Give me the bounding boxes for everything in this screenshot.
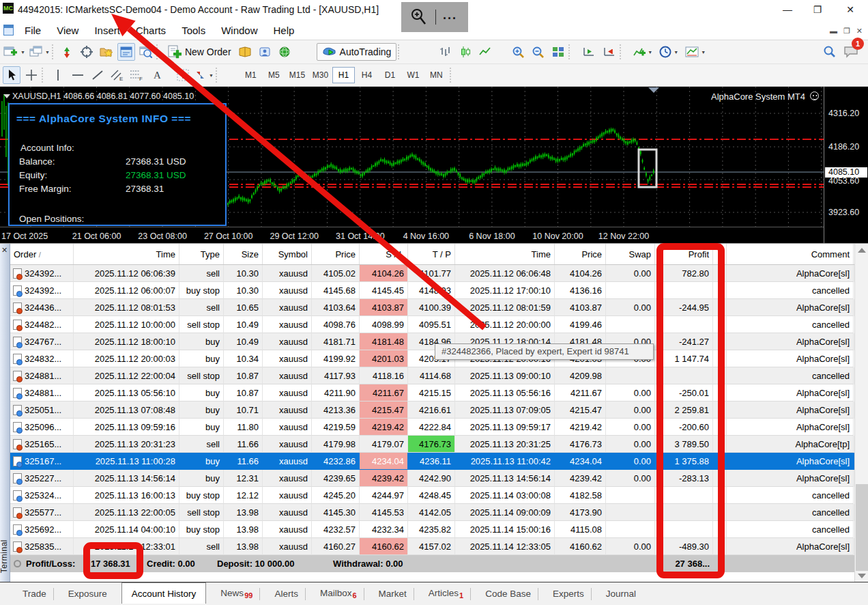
more-options-icon[interactable]: ... xyxy=(443,8,457,23)
search-button[interactable] xyxy=(820,43,838,61)
timeframe-h1-button[interactable]: H1 xyxy=(332,67,355,83)
timeframe-m5-button[interactable]: M5 xyxy=(263,67,285,83)
mdi-minimize-button[interactable]: ▬ xyxy=(830,27,837,35)
chart-line-button[interactable] xyxy=(476,43,494,61)
column-header-t-p[interactable]: T / P xyxy=(408,244,455,264)
history-row[interactable]: 325577...2025.11.13 22:00:05sell stop13.… xyxy=(10,504,854,521)
chart-bars-button[interactable] xyxy=(437,43,454,61)
tab-trade[interactable]: Trade xyxy=(16,589,53,599)
minimize-button[interactable]: — xyxy=(772,0,802,20)
metaeditor-button[interactable] xyxy=(236,43,254,61)
column-header-time[interactable]: Time xyxy=(455,244,555,264)
navigator-button[interactable] xyxy=(78,43,96,61)
history-row[interactable]: 324436...2025.11.12 08:01:53sell10.65xau… xyxy=(10,299,854,316)
menu-help[interactable]: Help xyxy=(274,25,295,36)
column-header-time[interactable]: Time xyxy=(74,244,179,264)
periods-button[interactable]: ▼ xyxy=(659,43,679,61)
history-row[interactable]: 325051...2025.11.13 07:08:48buy10.71xauu… xyxy=(10,402,854,419)
tab-alerts[interactable]: Alerts xyxy=(267,589,305,599)
market-watch-button[interactable] xyxy=(58,43,76,61)
zoom-in-button[interactable] xyxy=(509,43,527,61)
indicators-button[interactable]: ▼ xyxy=(633,43,653,61)
column-header-type[interactable]: Type xyxy=(179,244,224,264)
history-row[interactable]: 324392...2025.11.12 06:06:39sell10.30xau… xyxy=(10,265,854,282)
zoom-tool-icon[interactable] xyxy=(409,8,427,27)
history-row[interactable]: 324767...2025.11.12 18:00:10buy10.49xauu… xyxy=(10,333,854,350)
tab-code-base[interactable]: Code Base xyxy=(478,589,538,599)
tab-mailbox[interactable]: Mailbox6 xyxy=(313,588,364,600)
symbol-dropdown-icon[interactable] xyxy=(3,94,10,98)
history-row[interactable]: 325167...2025.11.13 11:00:28buy11.66xauu… xyxy=(10,453,854,470)
timeframe-m1-button[interactable]: M1 xyxy=(240,67,262,83)
timeframe-d1-button[interactable]: D1 xyxy=(379,67,401,83)
channel-button[interactable]: E xyxy=(108,66,126,84)
scrollbar-thumb[interactable] xyxy=(856,484,868,571)
table-header-row[interactable]: Order /TimeTypeSizeSymbolPriceS / LT / P… xyxy=(10,244,854,265)
new-order-button[interactable]: New Order xyxy=(167,43,232,61)
tab-exposure[interactable]: Exposure xyxy=(61,589,114,599)
timeframe-m15-button[interactable]: M15 xyxy=(286,67,308,83)
column-header-profit[interactable]: Profit xyxy=(655,244,713,264)
profiles-button[interactable]: ▼ xyxy=(29,43,50,61)
data-window-button[interactable] xyxy=(117,43,135,61)
history-row[interactable]: 324482...2025.11.12 10:00:00sell stop10.… xyxy=(10,316,854,333)
menu-charts[interactable]: Charts xyxy=(136,25,166,36)
trendline-button[interactable] xyxy=(89,66,106,84)
text-label-button[interactable]: T xyxy=(174,66,192,84)
history-row[interactable]: 324881...2025.11.12 22:00:04sell stop10.… xyxy=(10,367,854,384)
tile-windows-button[interactable] xyxy=(549,43,567,61)
fibonacci-button[interactable]: F xyxy=(128,66,146,84)
history-row[interactable]: 324392...2025.11.12 06:00:07buy stop10.3… xyxy=(10,282,854,299)
favorites-button[interactable] xyxy=(98,43,115,61)
column-header-comment[interactable]: Comment xyxy=(727,244,854,264)
chart-shift-button[interactable] xyxy=(601,43,618,61)
column-header-symbol[interactable]: Symbol xyxy=(263,244,312,264)
vertical-scrollbar[interactable] xyxy=(854,244,868,582)
tab-journal[interactable]: Journal xyxy=(599,589,643,599)
maximize-button[interactable]: ❐ xyxy=(802,0,833,20)
zoom-out-button[interactable] xyxy=(529,43,547,61)
history-row[interactable]: 325096...2025.11.13 09:59:16buy11.80xauu… xyxy=(10,419,854,436)
tab-experts[interactable]: Experts xyxy=(546,589,591,599)
column-header-price[interactable]: Price xyxy=(312,244,360,264)
history-row[interactable]: 324881...2025.11.13 05:56:10buy10.87xauu… xyxy=(10,384,854,402)
timeframe-h4-button[interactable]: H4 xyxy=(356,67,378,83)
history-row[interactable]: 325692...2025.11.14 04:00:10buy stop13.9… xyxy=(10,521,854,538)
arrows-button[interactable]: ▼ xyxy=(194,66,214,84)
menu-tools[interactable]: Tools xyxy=(182,25,205,36)
chart-candles-button[interactable] xyxy=(457,43,474,61)
screenshot-annotation-toolbar[interactable]: ... xyxy=(401,2,468,32)
history-row[interactable]: 325227...2025.11.13 14:56:14buy12.31xauu… xyxy=(10,470,854,487)
tab-news[interactable]: News99 xyxy=(214,588,259,600)
column-header-swap[interactable]: Swap xyxy=(606,244,655,264)
history-row[interactable]: 324832...2025.11.12 20:00:03buy10.34xauu… xyxy=(10,350,854,367)
community-button[interactable] xyxy=(256,43,274,61)
tab-market[interactable]: Market xyxy=(372,589,414,599)
timeframe-m30-button[interactable]: M30 xyxy=(309,67,332,83)
history-row[interactable]: 325835...2025.11.14 12:33:01sell13.98xau… xyxy=(10,538,854,555)
column-header-order[interactable]: Order / xyxy=(10,244,74,264)
menu-file[interactable]: File xyxy=(25,25,41,36)
cursor-button[interactable] xyxy=(3,66,20,84)
text-button[interactable]: A xyxy=(148,66,166,84)
scroll-down-icon[interactable] xyxy=(858,574,866,578)
history-row[interactable]: 325165...2025.11.13 20:31:23sell11.66xau… xyxy=(10,436,854,453)
tab-account-history[interactable]: Account History xyxy=(121,582,207,604)
autotrading-button[interactable]: AutoTrading xyxy=(317,43,397,61)
chart-area[interactable]: XAUUSD,H1 4086.66 4086.81 4077.60 4085.1… xyxy=(0,87,868,243)
column-header-price[interactable]: Price xyxy=(555,244,606,264)
chat-button[interactable]: 1 xyxy=(842,43,860,61)
menu-view[interactable]: View xyxy=(57,25,78,36)
scroll-up-icon[interactable] xyxy=(858,248,866,253)
timeframe-mn-button[interactable]: MN xyxy=(425,67,448,83)
auto-scroll-button[interactable] xyxy=(580,43,598,61)
menu-insert[interactable]: Insert xyxy=(94,25,120,36)
tab-articles[interactable]: Articles1 xyxy=(422,588,470,600)
mdi-close-button[interactable]: ✕ xyxy=(856,27,863,36)
connection-button[interactable] xyxy=(276,43,293,61)
new-chart-button[interactable]: ▼ xyxy=(3,43,26,61)
horizontal-line-button[interactable] xyxy=(69,66,87,84)
crosshair-button[interactable] xyxy=(23,66,40,84)
column-header-blank[interactable] xyxy=(713,244,727,264)
mdi-restore-button[interactable]: ❐ xyxy=(843,27,850,36)
